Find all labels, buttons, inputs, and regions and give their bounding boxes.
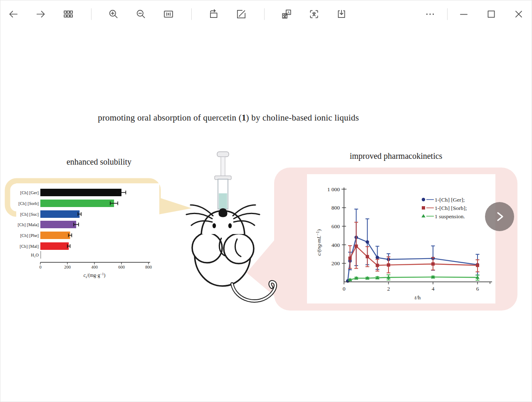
- tick-label: 600: [118, 265, 125, 269]
- tick-label: 400: [91, 265, 98, 269]
- category-label: [Ch] [Sorb]: [18, 201, 39, 206]
- legend-label: 1 suspension.: [435, 213, 465, 219]
- bar: [40, 251, 41, 259]
- actual-size-button[interactable]: [163, 9, 174, 20]
- figure-title-post: ) by choline-based ionic liquids: [246, 113, 359, 123]
- marker-square: [431, 262, 435, 266]
- thumbnails-button[interactable]: [63, 9, 74, 20]
- one-to-one-icon: [163, 9, 174, 20]
- close-button[interactable]: [513, 9, 524, 20]
- marker-circle: [376, 256, 379, 259]
- zoom-out-button[interactable]: [136, 9, 146, 20]
- tick-label: 0: [39, 265, 41, 269]
- syringe: [215, 152, 231, 213]
- translate-icon: A: [281, 9, 292, 20]
- legend-marker-circle: [422, 198, 425, 201]
- mouse-tail-outline: [232, 282, 275, 301]
- maximize-button[interactable]: [486, 9, 497, 20]
- marker-square: [366, 255, 369, 258]
- bar: [40, 242, 69, 250]
- marker-square: [348, 256, 351, 260]
- category-label: [Ch] [Phe]: [20, 233, 39, 238]
- tick-label: 800: [332, 205, 340, 211]
- zoom-in-button[interactable]: [108, 9, 119, 20]
- chevron-right-icon: [492, 210, 507, 224]
- ocr-extract-button[interactable]: [309, 9, 319, 20]
- bar: [40, 189, 121, 196]
- back-button[interactable]: [8, 9, 19, 20]
- zoom-out-icon: [136, 9, 146, 20]
- legend: 1-[Ch] [Ger]; 1-[Ch] [Sorb]; 1 suspensio…: [421, 197, 467, 219]
- download-icon: [336, 9, 347, 20]
- edit-button[interactable]: [236, 9, 247, 20]
- marker-circle: [366, 240, 369, 244]
- legend-label: 1-[Ch] [Ger];: [435, 197, 465, 203]
- mouse-illustration: [173, 146, 294, 312]
- bar-x-axis-label: cs/(mg·g−1): [84, 272, 106, 279]
- mouse-left-eye: [213, 223, 216, 228]
- maximize-icon: [486, 9, 497, 20]
- zoom-in-icon: [108, 9, 119, 20]
- figure-title-pre: promoting oral absorption of quercetin (: [98, 113, 242, 123]
- toolbar-separator: [447, 8, 448, 20]
- grid-icon: [63, 9, 74, 20]
- back-arrow-icon: [8, 9, 19, 20]
- rotate-button[interactable]: [208, 9, 219, 20]
- tick-label: 2: [387, 286, 390, 292]
- tick-label: 1 000: [327, 186, 340, 192]
- right-chart-heading: improved pharmacokinetics: [334, 151, 458, 161]
- text-recognition-icon: [309, 9, 319, 20]
- ellipsis-icon: [425, 9, 435, 20]
- svg-text:A: A: [287, 10, 290, 15]
- tick-label: 0: [343, 286, 346, 292]
- legend-label: 1-[Ch] [Sorb];: [435, 205, 467, 211]
- marker-square: [354, 244, 358, 248]
- bar: [40, 221, 76, 228]
- translate-button[interactable]: A: [281, 9, 292, 20]
- line-x-axis-label: t/h: [415, 294, 421, 301]
- mouse-left-haunch: [192, 233, 222, 263]
- line-chart-background: [307, 174, 495, 303]
- left-chart-heading: enhanced solubility: [37, 157, 161, 167]
- category-label: [Ch] [Mal]: [20, 244, 39, 249]
- tick-label: 400: [332, 242, 340, 248]
- mouse-right-haunch: [224, 234, 254, 264]
- mouse-right-eye: [228, 223, 232, 228]
- category-label: [Ch] [Ger]: [20, 190, 39, 195]
- toolbar-separator: [264, 8, 265, 20]
- marker-square: [387, 263, 390, 266]
- syringe-plunger-cap: [217, 152, 229, 157]
- tick-label: 6: [476, 286, 479, 292]
- pdf-viewer-window: A: [0, 0, 532, 402]
- toolbar-separator: [191, 8, 192, 20]
- tick-label: 200: [64, 265, 71, 269]
- pencil-edit-icon: [236, 9, 247, 20]
- tick-label: 200: [332, 260, 340, 266]
- tick-label: 800: [145, 265, 152, 269]
- marker-square: [376, 264, 379, 267]
- toolbar: A: [0, 0, 532, 28]
- bar: [40, 210, 79, 218]
- tick-label: 4: [432, 286, 435, 292]
- marker-square: [476, 264, 479, 267]
- category-label: H₂O: [31, 253, 39, 257]
- figure-title: promoting oral absorption of quercetin (…: [74, 113, 382, 123]
- minimize-button[interactable]: [458, 9, 469, 20]
- download-button[interactable]: [336, 9, 347, 20]
- solubility-bar-chart: 0 200 400 600 800 [Ch] [Ger] [Ch] [Sorb]…: [13, 183, 163, 282]
- syringe-plunger-rod: [221, 157, 225, 177]
- next-page-button[interactable]: [485, 202, 514, 231]
- minimize-icon: [458, 9, 469, 20]
- category-label: [Ch] [Mala]: [18, 222, 39, 227]
- tick-label: 600: [332, 223, 340, 229]
- forward-arrow-icon: [35, 9, 46, 20]
- forward-button[interactable]: [35, 9, 46, 20]
- mouse-nose: [218, 208, 227, 217]
- legend-marker-square: [422, 206, 425, 210]
- figure-title-bold: 1: [242, 113, 246, 123]
- syringe-liquid: [219, 193, 227, 209]
- more-options-button[interactable]: [425, 9, 435, 20]
- toolbar-separator: [91, 8, 92, 20]
- bar: [40, 232, 70, 239]
- rotate-icon: [208, 9, 219, 20]
